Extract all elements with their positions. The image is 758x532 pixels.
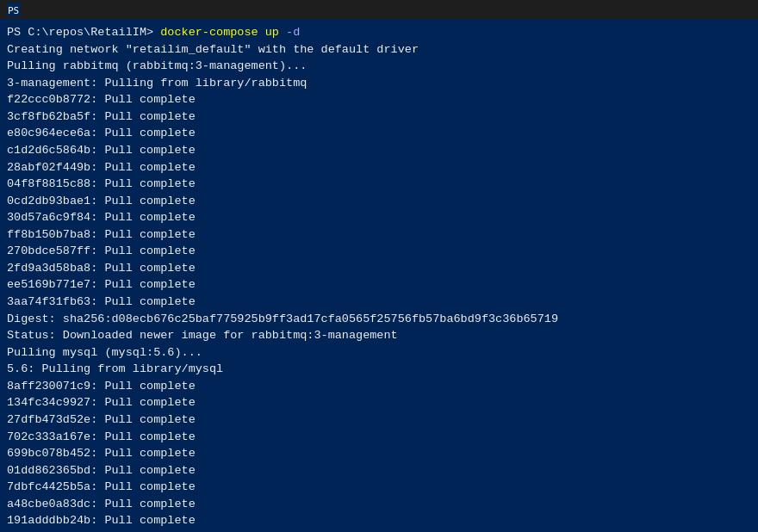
- terminal-line: ee5169b771e7: Pull complete: [7, 276, 751, 294]
- terminal-line: e80c964ece6a: Pull complete: [7, 125, 751, 142]
- svg-text:PS: PS: [8, 5, 19, 16]
- terminal-line: 270bdce587ff: Pull complete: [7, 243, 751, 260]
- terminal-line: a48cbe0a83dc: Pull complete: [7, 496, 751, 513]
- powershell-icon: PS: [7, 3, 21, 16]
- terminal-line: 27dfb473d52e: Pull complete: [7, 411, 751, 429]
- terminal-line: 3-management: Pulling from library/rabbi…: [7, 75, 751, 92]
- terminal-line: 28abf02f449b: Pull complete: [7, 159, 751, 176]
- terminal-line: PS C:\repos\RetailIM> docker-compose up …: [7, 24, 751, 41]
- title-bar: PS: [0, 0, 758, 19]
- terminal-line: 3aa74f31fb63: Pull complete: [7, 294, 751, 311]
- terminal-line: 3cf8fb62ba5f: Pull complete: [7, 108, 751, 126]
- terminal-line: 134fc34c9927: Pull complete: [7, 394, 751, 411]
- terminal-line: 2fd9a3d58ba8: Pull complete: [7, 260, 751, 277]
- terminal-line: 30d57a6c9f84: Pull complete: [7, 209, 751, 226]
- terminal-line: 191adddbb24b: Pull complete: [7, 512, 751, 529]
- terminal-line: 0cd2db93bae1: Pull complete: [7, 193, 751, 210]
- terminal-line: Pulling rabbitmq (rabbitmq:3-management)…: [7, 58, 751, 75]
- terminal-line: Status: Downloaded newer image for rabbi…: [7, 327, 751, 344]
- terminal-line: c1d2d6c5864b: Pull complete: [7, 142, 751, 159]
- terminal-line: 01dd862365bd: Pull complete: [7, 462, 751, 479]
- terminal-body: PS C:\repos\RetailIM> docker-compose up …: [0, 19, 758, 532]
- terminal-line: Digest: sha256:d08ecb676c25baf775925b9ff…: [7, 311, 751, 328]
- terminal-line: 8aff230071c9: Pull complete: [7, 378, 751, 395]
- terminal-line: Pulling mysql (mysql:5.6)...: [7, 344, 751, 362]
- terminal-line: f22ccc0b8772: Pull complete: [7, 91, 751, 108]
- terminal-line: 702c333a167e: Pull complete: [7, 429, 751, 446]
- terminal-line: 699bc078b452: Pull complete: [7, 445, 751, 462]
- terminal-line: 7dbfc4425b5a: Pull complete: [7, 479, 751, 496]
- terminal-line: ff8b150b7ba8: Pull complete: [7, 226, 751, 244]
- terminal-line: 04f8f8815c88: Pull complete: [7, 176, 751, 193]
- terminal-line: 5.6: Pulling from library/mysql: [7, 361, 751, 378]
- terminal-line: Creating network "retailim_default" with…: [7, 41, 751, 59]
